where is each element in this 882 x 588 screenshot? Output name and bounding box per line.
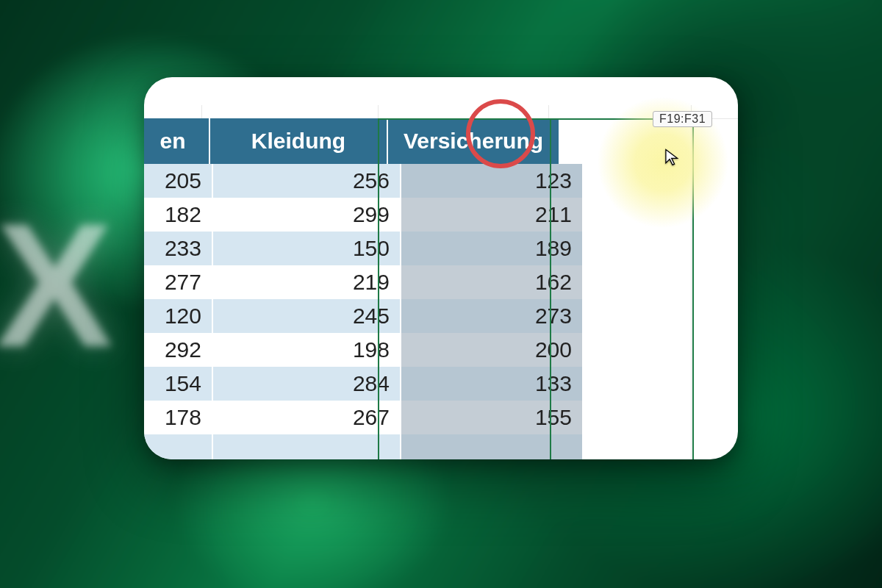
- header-col-versicherung[interactable]: Versicherung: [388, 118, 560, 164]
- cell[interactable]: 178: [144, 401, 213, 434]
- cell-selected[interactable]: 155: [401, 401, 584, 434]
- cell[interactable]: 150: [213, 232, 401, 265]
- screenshot-card: en Kleidung Versicherung 205 256 123 182…: [144, 77, 738, 459]
- cell[interactable]: 292: [144, 333, 213, 367]
- cell[interactable]: 120: [144, 299, 213, 333]
- cell[interactable]: 219: [213, 265, 401, 299]
- table-row[interactable]: 233 150 189: [144, 232, 584, 265]
- row-above-header: [144, 105, 738, 118]
- header-col-kleidung[interactable]: Kleidung: [210, 118, 388, 164]
- excel-logo-hint: X: [0, 184, 106, 387]
- cell[interactable]: 299: [213, 198, 401, 232]
- cell-selected[interactable]: 200: [401, 333, 584, 367]
- table-row[interactable]: 205 256 123: [144, 164, 584, 198]
- table-row[interactable]: 154 284 133: [144, 367, 584, 401]
- cell[interactable]: 205: [144, 164, 213, 198]
- cell[interactable]: [213, 434, 401, 459]
- header-col-1-partial[interactable]: en: [144, 118, 210, 164]
- table-row[interactable]: [144, 434, 584, 459]
- cell[interactable]: 233: [144, 232, 213, 265]
- cell-selected[interactable]: 162: [401, 265, 584, 299]
- range-tooltip: F19:F31: [653, 111, 712, 127]
- cell-selected[interactable]: 189: [401, 232, 584, 265]
- table-row[interactable]: 120 245 273: [144, 299, 584, 333]
- cell[interactable]: 182: [144, 198, 213, 232]
- cell[interactable]: 284: [213, 367, 401, 401]
- cell[interactable]: 267: [213, 401, 401, 434]
- cell-selected[interactable]: 211: [401, 198, 584, 232]
- table-body: 205 256 123 182 299 211 233 150 189 277 …: [144, 164, 584, 459]
- table-row[interactable]: 178 267 155: [144, 401, 584, 434]
- cell[interactable]: 198: [213, 333, 401, 367]
- cell[interactable]: 277: [144, 265, 213, 299]
- table-row[interactable]: 292 198 200: [144, 333, 584, 367]
- cell[interactable]: 154: [144, 367, 213, 401]
- table-row[interactable]: 277 219 162: [144, 265, 584, 299]
- cell-selected[interactable]: 123: [401, 164, 584, 198]
- cell[interactable]: 256: [213, 164, 401, 198]
- table-header[interactable]: en Kleidung Versicherung: [144, 118, 560, 164]
- cell[interactable]: 245: [213, 299, 401, 333]
- cell-selected[interactable]: 273: [401, 299, 584, 333]
- cell-selected[interactable]: 133: [401, 367, 584, 401]
- cell-selected[interactable]: [401, 434, 584, 459]
- table-row[interactable]: 182 299 211: [144, 198, 584, 232]
